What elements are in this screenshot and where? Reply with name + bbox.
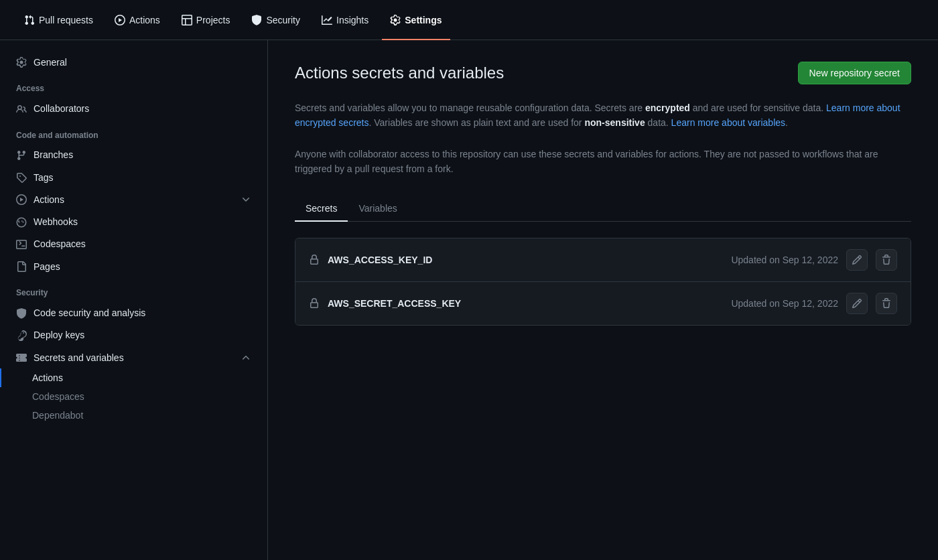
page-title: Actions secrets and variables	[295, 64, 504, 82]
sidebar-sub-item-dependabot[interactable]: Dependabot	[0, 406, 267, 425]
new-repository-secret-button[interactable]: New repository secret	[798, 62, 911, 84]
branches-icon	[16, 149, 27, 161]
tab-secrets-label: Secrets	[306, 203, 337, 214]
sidebar-sub-item-actions[interactable]: Actions	[0, 368, 267, 387]
secret-row-1-right: Updated on Sep 12, 2022	[731, 249, 897, 271]
tab-secrets[interactable]: Secrets	[295, 196, 348, 222]
secret-updated-2: Updated on Sep 12, 2022	[731, 298, 838, 309]
tags-icon	[16, 171, 27, 183]
desc-text-1: Secrets and variables allow you to manag…	[295, 102, 645, 113]
insights-icon	[322, 15, 332, 25]
sidebar-webhooks-label: Webhooks	[34, 216, 78, 227]
nav-pull-requests[interactable]: Pull requests	[16, 1, 101, 40]
tabs-bar: Secrets Variables	[295, 196, 911, 222]
tab-variables[interactable]: Variables	[348, 196, 407, 222]
sidebar-secrets-variables-label: Secrets and variables	[34, 352, 124, 363]
sidebar-item-actions[interactable]: Actions	[5, 188, 262, 210]
nav-projects[interactable]: Projects	[174, 1, 239, 40]
secret-updated-1: Updated on Sep 12, 2022	[731, 255, 838, 265]
sidebar-actions-label: Actions	[34, 194, 64, 205]
sidebar-code-security-label: Code security and analysis	[34, 307, 145, 318]
git-pull-request-icon	[24, 15, 35, 25]
secret-row-2: AWS_SECRET_ACCESS_KEY Updated on Sep 12,…	[295, 282, 911, 325]
secret-row-2-left: AWS_SECRET_ACCESS_KEY	[309, 297, 461, 309]
description-block: Secrets and variables allow you to manag…	[295, 100, 911, 131]
desc-text-3: . Variables are shown as plain text and …	[369, 117, 585, 128]
sidebar: General Access Collaborators Code and au…	[0, 40, 268, 560]
sidebar-branches-label: Branches	[34, 149, 73, 160]
nav-security[interactable]: Security	[243, 1, 308, 40]
sidebar-secrets-left: Secrets and variables	[16, 352, 124, 363]
sidebar-tags-label: Tags	[34, 172, 54, 183]
page-layout: General Access Collaborators Code and au…	[0, 40, 938, 560]
top-nav: Pull requests Actions Projects Security	[0, 0, 938, 40]
general-gear-icon	[16, 56, 27, 68]
nav-insights-label: Insights	[336, 15, 368, 25]
chevron-up-icon	[241, 352, 251, 363]
collaborators-icon	[16, 102, 27, 114]
actions-icon	[115, 15, 125, 25]
sidebar-item-pages[interactable]: Pages	[5, 255, 262, 277]
codespaces-icon	[16, 238, 27, 250]
sidebar-deploy-keys-label: Deploy keys	[34, 330, 84, 340]
actions-sidebar-icon	[16, 194, 27, 205]
nav-security-label: Security	[266, 15, 300, 25]
gear-icon	[390, 15, 401, 25]
delete-secret-2-button[interactable]	[876, 293, 897, 314]
desc-bold-2: non-sensitive	[584, 117, 645, 128]
nav-settings-label: Settings	[405, 15, 442, 25]
secret-name-2: AWS_SECRET_ACCESS_KEY	[328, 298, 461, 309]
chevron-down-icon	[241, 194, 251, 205]
sidebar-codespaces-label: Codespaces	[34, 238, 86, 249]
sidebar-sub-actions-label: Actions	[32, 372, 63, 383]
secret-row-2-right: Updated on Sep 12, 2022	[731, 293, 897, 314]
desc-text-2: and are used for sensitive data.	[690, 102, 826, 113]
sidebar-item-general[interactable]: General	[5, 51, 262, 73]
sidebar-code-automation-section: Code and automation	[0, 120, 267, 144]
sidebar-sub-item-codespaces[interactable]: Codespaces	[0, 387, 267, 406]
main-header: Actions secrets and variables New reposi…	[295, 62, 911, 84]
desc-bold-1: encrypted	[645, 102, 690, 113]
edit-secret-2-button[interactable]	[846, 293, 868, 314]
nav-settings[interactable]: Settings	[382, 1, 450, 40]
deploy-keys-icon	[16, 330, 27, 341]
code-security-icon	[16, 307, 27, 318]
sidebar-access-section: Access	[0, 73, 267, 97]
sidebar-security-section: Security	[0, 277, 267, 301]
nav-pull-requests-label: Pull requests	[39, 15, 93, 25]
sidebar-collaborators-label: Collaborators	[34, 103, 89, 114]
delete-secret-1-button[interactable]	[876, 249, 897, 271]
pages-icon	[16, 261, 27, 272]
sidebar-item-collaborators[interactable]: Collaborators	[5, 97, 262, 119]
lock-icon-2	[309, 297, 320, 309]
sidebar-pages-label: Pages	[34, 261, 60, 272]
sidebar-item-code-security[interactable]: Code security and analysis	[5, 301, 262, 324]
webhooks-icon	[16, 216, 27, 227]
sidebar-item-branches[interactable]: Branches	[5, 144, 262, 166]
sidebar-item-tags[interactable]: Tags	[5, 166, 262, 188]
edit-secret-1-button[interactable]	[846, 249, 868, 271]
secret-name-1: AWS_ACCESS_KEY_ID	[328, 255, 432, 265]
projects-icon	[182, 15, 192, 25]
secret-row-1-left: AWS_ACCESS_KEY_ID	[309, 254, 432, 265]
info-block: Anyone with collaborator access to this …	[295, 147, 911, 177]
tab-variables-label: Variables	[358, 203, 397, 214]
sidebar-sub-codespaces-label: Codespaces	[32, 391, 84, 402]
nav-insights[interactable]: Insights	[314, 1, 377, 40]
sidebar-sub-dependabot-label: Dependabot	[32, 410, 83, 421]
info-text: Anyone with collaborator access to this …	[295, 147, 911, 177]
desc-period: .	[785, 117, 788, 128]
sidebar-item-deploy-keys[interactable]: Deploy keys	[5, 324, 262, 346]
nav-actions-label: Actions	[129, 15, 160, 25]
sidebar-item-codespaces[interactable]: Codespaces	[5, 233, 262, 255]
sidebar-item-secrets-variables[interactable]: Secrets and variables	[5, 346, 262, 368]
main-content: Actions secrets and variables New reposi…	[268, 40, 938, 560]
sidebar-general-label: General	[34, 57, 67, 68]
nav-projects-label: Projects	[196, 15, 230, 25]
nav-actions[interactable]: Actions	[107, 1, 168, 40]
sidebar-item-webhooks[interactable]: Webhooks	[5, 210, 262, 232]
lock-icon-1	[309, 254, 320, 265]
learn-more-variables-link[interactable]: Learn more about variables	[671, 117, 785, 128]
secret-row-1: AWS_ACCESS_KEY_ID Updated on Sep 12, 202…	[295, 238, 911, 282]
sidebar-actions-left: Actions	[16, 194, 64, 205]
